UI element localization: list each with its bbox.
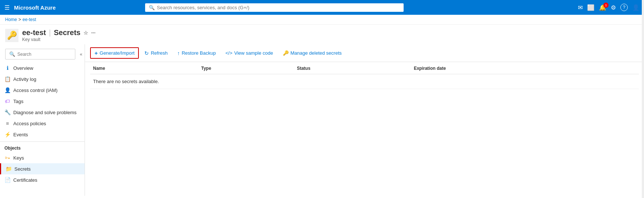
refresh-button[interactable]: ↻ Refresh <box>140 48 172 58</box>
email-icon[interactable]: ✉ <box>578 4 583 11</box>
objects-section-header: Objects <box>0 141 85 152</box>
title-separator: | <box>49 28 51 37</box>
hamburger-menu[interactable]: ☰ <box>4 4 10 11</box>
restore-icon: ↑ <box>177 50 180 56</box>
key-icon: 🔑 <box>283 50 289 56</box>
notification-icon[interactable]: 🔔1 <box>599 4 606 11</box>
sidebar-item-label: Overview <box>13 65 33 71</box>
page-icon: 🔑 <box>5 29 18 42</box>
help-icon[interactable]: ? <box>620 4 628 11</box>
global-search-bar[interactable]: 🔍 <box>145 3 404 12</box>
diagnose-icon: 🔧 <box>4 109 10 115</box>
main-content: + Generate/Import ↻ Refresh ↑ Restore Ba… <box>85 44 644 196</box>
view-sample-code-button[interactable]: </> View sample code <box>221 48 277 58</box>
generate-import-button[interactable]: + Generate/Import <box>90 47 139 59</box>
breadcrumb-home[interactable]: Home <box>5 17 17 22</box>
sidebar-item-keys[interactable]: 🗝 Keys <box>0 152 85 163</box>
keyvault-icon: 🔑 <box>7 31 17 40</box>
activity-log-icon: 📋 <box>4 76 10 82</box>
breadcrumb-separator: > <box>18 17 21 22</box>
sidebar-item-label: Keys <box>13 155 24 161</box>
sidebar-item-secrets[interactable]: 📁 Secrets <box>0 163 85 174</box>
refresh-icon: ↻ <box>144 50 149 56</box>
sidebar-item-label: Access policies <box>13 121 46 126</box>
code-icon: </> <box>225 50 232 56</box>
sidebar-collapse-icon[interactable]: « <box>80 52 82 57</box>
overview-icon: ℹ <box>4 65 10 71</box>
sidebar-item-certificates[interactable]: 📄 Certificates <box>0 174 85 185</box>
sidebar-item-tags[interactable]: 🏷 Tags <box>0 96 85 107</box>
restore-backup-button[interactable]: ↑ Restore Backup <box>173 48 220 58</box>
sidebar-item-diagnose[interactable]: 🔧 Diagnose and solve problems <box>0 107 85 118</box>
brand-logo: Microsoft Azure <box>14 4 56 11</box>
sidebar-item-activity-log[interactable]: 📋 Activity log <box>0 74 85 85</box>
notification-badge: 1 <box>603 3 609 8</box>
tags-icon: 🏷 <box>4 98 10 104</box>
col-name: Name <box>90 62 198 74</box>
col-type: Type <box>198 62 294 74</box>
page-header: 🔑 ee-test | Secrets ☆ ··· Key vault <box>0 25 644 44</box>
empty-message: There are no secrets available. <box>90 74 639 89</box>
secrets-table-area: Name Type Status Expiration date There a… <box>85 62 644 196</box>
global-search-input[interactable] <box>157 5 400 10</box>
events-icon: ⚡ <box>4 132 10 137</box>
sidebar-item-overview[interactable]: ℹ Overview <box>0 62 85 74</box>
sidebar-item-label: Diagnose and solve problems <box>13 110 76 115</box>
sidebar-item-events[interactable]: ⚡ Events <box>0 129 85 140</box>
sidebar-search[interactable]: 🔍 <box>5 49 75 59</box>
more-options-icon[interactable]: ··· <box>91 30 96 36</box>
settings-icon[interactable]: ⚙ <box>611 4 616 11</box>
col-status: Status <box>294 62 411 74</box>
plus-icon: + <box>95 50 98 56</box>
sidebar-item-access-policies[interactable]: ≡ Access policies <box>0 118 85 129</box>
access-policies-icon: ≡ <box>4 120 10 126</box>
sidebar-item-label: Secrets <box>14 166 31 172</box>
secrets-icon: 📁 <box>6 166 11 172</box>
page-title-area: ee-test | Secrets ☆ ··· Key vault <box>22 28 96 42</box>
certificates-icon: 📄 <box>4 177 10 183</box>
favorite-star-icon[interactable]: ☆ <box>83 30 88 36</box>
main-layout: 🔍 « ℹ Overview 📋 Activity log 👤 Access c… <box>0 44 644 196</box>
sidebar-item-label: Access control (IAM) <box>13 88 58 93</box>
sidebar-item-label: Certificates <box>13 177 37 183</box>
search-icon: 🔍 <box>149 5 155 10</box>
breadcrumb: Home > ee-test <box>0 15 644 25</box>
sidebar-item-access-control[interactable]: 👤 Access control (IAM) <box>0 85 85 96</box>
page-subtitle: Key vault <box>22 37 96 42</box>
sidebar-search-input[interactable] <box>17 52 71 57</box>
sidebar-item-label: Events <box>13 132 28 137</box>
keys-icon: 🗝 <box>4 155 10 161</box>
top-nav-icons: ✉ ⬜ 🔔1 ⚙ ? 👤 <box>578 4 640 11</box>
sidebar-item-label: Activity log <box>13 76 36 82</box>
breadcrumb-current[interactable]: ee-test <box>23 17 36 22</box>
empty-row: There are no secrets available. <box>90 74 639 89</box>
col-expiration: Expiration date <box>411 62 639 74</box>
sidebar-search-icon: 🔍 <box>9 51 15 57</box>
page-title: ee-test | Secrets ☆ ··· <box>22 28 96 37</box>
toolbar: + Generate/Import ↻ Refresh ↑ Restore Ba… <box>85 44 644 62</box>
sidebar-item-label: Tags <box>13 99 23 104</box>
top-navigation: ☰ Microsoft Azure 🔍 ✉ ⬜ 🔔1 ⚙ ? 👤 <box>0 0 644 15</box>
section-name: Secrets <box>54 28 80 37</box>
access-control-icon: 👤 <box>4 87 10 93</box>
sidebar: 🔍 « ℹ Overview 📋 Activity log 👤 Access c… <box>0 44 85 196</box>
manage-deleted-button[interactable]: 🔑 Manage deleted secrets <box>279 48 346 58</box>
portal-icon[interactable]: ⬜ <box>587 4 595 11</box>
resource-name: ee-test <box>22 28 46 37</box>
secrets-table: Name Type Status Expiration date There a… <box>90 62 639 89</box>
account-icon[interactable]: 👤 <box>632 4 640 11</box>
